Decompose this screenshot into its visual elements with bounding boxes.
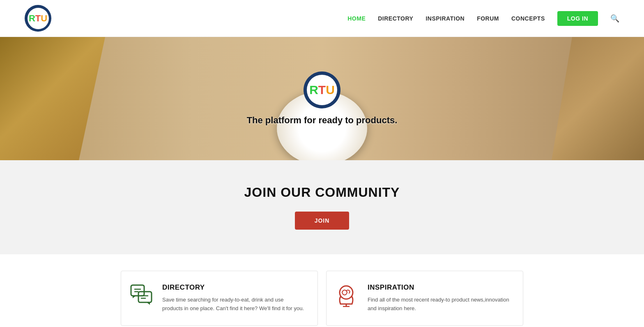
join-title: JOIN OUR COMMUNITY [244, 185, 400, 200]
logo-t: T [35, 13, 41, 23]
feature-directory-title: DIRECTORY [162, 283, 305, 292]
search-icon[interactable]: 🔍 [610, 14, 619, 23]
logo-u: U [41, 13, 47, 23]
hero-logo-inner: RTU [307, 75, 337, 105]
join-section: JOIN OUR COMMUNITY JOIN [0, 160, 644, 254]
svg-rect-0 [131, 285, 144, 296]
hero-section: RTU The platform for ready to products. [0, 37, 644, 160]
hero-logo-t: T [318, 83, 326, 97]
svg-point-6 [340, 286, 353, 299]
logo-circle: RTU [25, 5, 51, 32]
login-button[interactable]: LOG IN [557, 11, 598, 26]
feature-directory-desc: Save time searching for ready-to-eat, dr… [162, 296, 305, 313]
logo-text: RTU [29, 14, 47, 23]
hero-logo-u: U [326, 83, 335, 97]
feature-inspiration-text: INSPIRATION Find all of the most recent … [368, 283, 511, 313]
directory-icon [129, 283, 154, 308]
header-logo[interactable]: RTU [25, 5, 51, 32]
feature-directory-text: DIRECTORY Save time searching for ready-… [162, 283, 305, 313]
logo-r: R [29, 13, 35, 23]
inspiration-icon [335, 283, 359, 308]
feature-inspiration-title: INSPIRATION [368, 283, 511, 292]
logo-inner: RTU [28, 8, 49, 29]
nav-forum[interactable]: FORUM [477, 15, 499, 22]
nav-concepts[interactable]: CONCEPTS [511, 15, 545, 22]
svg-rect-3 [138, 292, 152, 302]
header: RTU HOME DIRECTORY INSPIRATION FORUM CON… [0, 0, 644, 37]
nav-inspiration[interactable]: INSPIRATION [426, 15, 465, 22]
join-button[interactable]: JOIN [295, 212, 350, 230]
nav-directory[interactable]: DIRECTORY [378, 15, 413, 22]
feature-inspiration: INSPIRATION Find all of the most recent … [326, 271, 523, 326]
hero-logo-r: R [309, 83, 318, 97]
hero-tagline: The platform for ready to products. [247, 115, 398, 126]
main-nav: HOME DIRECTORY INSPIRATION FORUM CONCEPT… [347, 11, 619, 26]
feature-inspiration-desc: Find all of the most recent ready-to pro… [368, 296, 511, 313]
feature-directory: DIRECTORY Save time searching for ready-… [121, 271, 318, 326]
nav-home[interactable]: HOME [347, 15, 366, 22]
hero-logo-text: RTU [309, 83, 335, 97]
hero-content: RTU The platform for ready to products. [247, 71, 398, 126]
hero-logo: RTU [304, 71, 340, 108]
features-section: DIRECTORY Save time searching for ready-… [0, 254, 644, 327]
